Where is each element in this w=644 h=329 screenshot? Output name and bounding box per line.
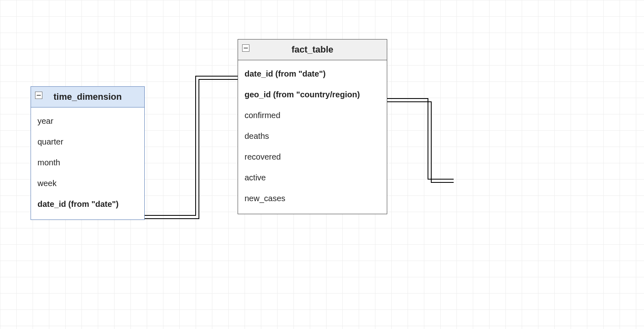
diagram-canvas[interactable]: time_dimension year quarter month week d… xyxy=(0,0,644,329)
minus-square-icon[interactable] xyxy=(242,44,249,52)
field-deaths: deaths xyxy=(245,126,380,147)
field-new-cases: new_cases xyxy=(245,188,380,209)
field-month: month xyxy=(37,152,138,173)
field-date-id: date_id (from "date") xyxy=(37,194,138,215)
field-recovered: recovered xyxy=(245,147,380,167)
entity-header[interactable]: fact_table xyxy=(238,39,387,60)
entity-body: year quarter month week date_id (from "d… xyxy=(31,107,144,219)
minus-square-icon[interactable] xyxy=(35,92,42,99)
field-active: active xyxy=(245,167,380,188)
field-confirmed: confirmed xyxy=(245,105,380,126)
entity-time-dimension[interactable]: time_dimension year quarter month week d… xyxy=(31,86,145,220)
entity-title: fact_table xyxy=(291,44,333,55)
entity-title: time_dimension xyxy=(53,92,121,102)
entity-body: date_id (from "date") geo_id (from "coun… xyxy=(238,60,387,214)
field-quarter: quarter xyxy=(37,132,138,152)
entity-header[interactable]: time_dimension xyxy=(31,87,144,107)
field-geo-id: geo_id (from "country/region) xyxy=(245,84,380,105)
field-week: week xyxy=(37,173,138,194)
field-year: year xyxy=(37,111,138,132)
entity-fact-table[interactable]: fact_table date_id (from "date") geo_id … xyxy=(238,39,387,214)
field-date-id: date_id (from "date") xyxy=(245,64,380,84)
